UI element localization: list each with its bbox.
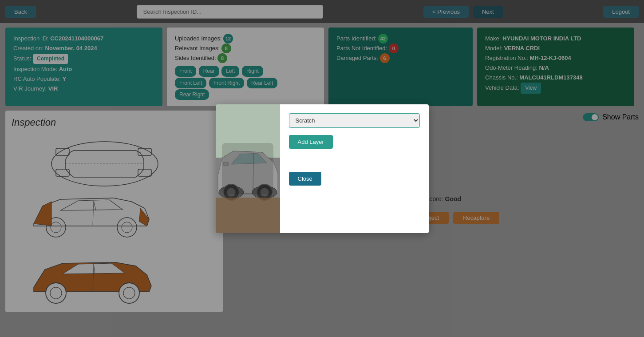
svg-rect-28 <box>223 162 229 166</box>
add-layer-button[interactable]: Add Layer <box>289 135 333 149</box>
modal-car-svg <box>216 104 280 233</box>
modal-controls-side: Scratch Dent Crack Broken Add Layer Clos… <box>280 104 429 233</box>
modal-overlay: Scratch Dent Crack Broken Add Layer Clos… <box>0 0 644 337</box>
close-button[interactable]: Close <box>289 172 321 186</box>
svg-rect-27 <box>216 198 280 233</box>
svg-line-20 <box>253 153 253 192</box>
svg-rect-19 <box>216 104 280 158</box>
modal-car-photo <box>216 104 280 233</box>
modal-box: Scratch Dent Crack Broken Add Layer Clos… <box>216 104 429 233</box>
svg-point-23 <box>227 188 236 197</box>
damage-type-select[interactable]: Scratch Dent Crack Broken <box>289 113 420 128</box>
modal-image-side <box>216 104 280 233</box>
svg-point-26 <box>260 188 269 197</box>
modal-spacer <box>289 156 420 165</box>
